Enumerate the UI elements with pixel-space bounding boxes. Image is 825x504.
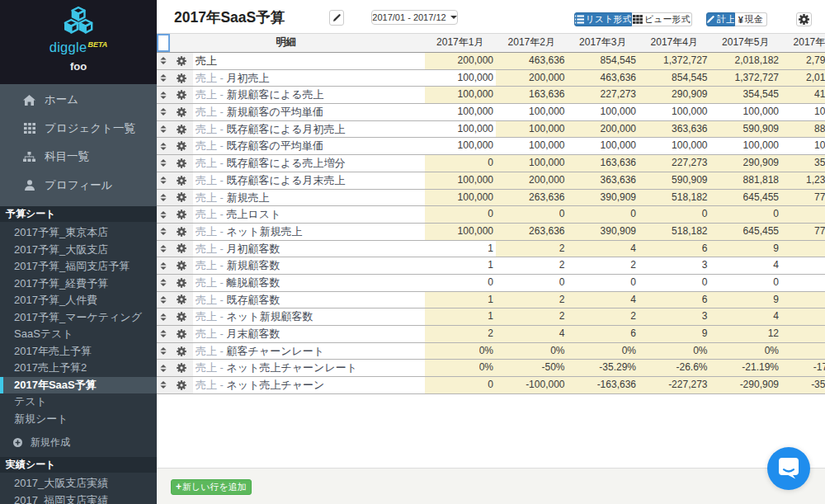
sheet-item[interactable]: 2017予算_東京本店	[0, 224, 157, 242]
grid-cell[interactable]: 263,636	[496, 224, 568, 240]
grid-cell[interactable]: 6	[639, 292, 710, 309]
grid-cell[interactable]: 1	[425, 241, 497, 257]
row-settings-button[interactable]	[170, 172, 193, 189]
sheet-item[interactable]: 新規シート	[0, 411, 157, 428]
grid-cell[interactable]: 100,000	[425, 121, 497, 138]
grid-cell[interactable]: 363,636	[568, 172, 639, 189]
row-settings-button[interactable]	[170, 309, 193, 325]
row-settings-button[interactable]	[170, 292, 193, 309]
grid-corner-cell[interactable]	[157, 34, 170, 52]
grid-cell[interactable]: 4	[710, 257, 782, 274]
grid-cell[interactable]: 4	[710, 309, 782, 325]
grid-cell[interactable]: 4	[781, 309, 825, 325]
sheet-item[interactable]: 2017_福岡支店実績	[0, 492, 157, 504]
grid-cell[interactable]: 518,182	[639, 224, 710, 240]
mode-button-left[interactable]: 計上	[706, 12, 735, 26]
grid-cell[interactable]: 2	[568, 257, 639, 274]
row-label[interactable]: 売上 - 既存顧客数	[193, 292, 425, 309]
grid-cell[interactable]: 100,000	[710, 104, 782, 120]
row-label[interactable]: 売上 - 既存顧客による月末売上	[193, 172, 425, 189]
grid-cell[interactable]: 0	[781, 206, 825, 223]
grid-cell[interactable]: 0	[639, 206, 710, 223]
grid-cell[interactable]: 645,455	[710, 190, 782, 206]
grid-cell[interactable]: 2	[425, 326, 497, 342]
grid-cell[interactable]: 200,000	[425, 53, 497, 69]
grid-cell[interactable]: 3	[639, 309, 710, 325]
settings-button[interactable]	[796, 12, 813, 26]
grid-cell[interactable]: 100,000	[781, 138, 825, 154]
grid-cell[interactable]: 9	[639, 326, 710, 342]
row-drag-handle[interactable]	[157, 190, 170, 206]
grid-cell[interactable]: 0%	[568, 343, 639, 360]
grid-cell[interactable]: 645,455	[710, 224, 782, 240]
row-drag-handle[interactable]	[157, 53, 170, 69]
row-settings-button[interactable]	[170, 53, 193, 69]
grid-cell[interactable]: 0	[781, 275, 825, 291]
row-drag-handle[interactable]	[157, 326, 170, 342]
row-label[interactable]: 売上 - 新規顧客による売上	[193, 87, 425, 103]
grid-cell[interactable]: 772,727	[781, 190, 825, 206]
grid-cell[interactable]: -100,000	[496, 377, 568, 393]
grid-cell[interactable]: 0%	[496, 343, 568, 360]
grid-cell[interactable]: -354,545	[781, 377, 825, 393]
grid-cell[interactable]: 1,236,364	[781, 172, 825, 189]
sheet-item[interactable]: 2017売上予算2	[0, 360, 157, 377]
grid-cell[interactable]: 100,000	[425, 138, 497, 154]
grid-cell[interactable]: 390,909	[568, 224, 639, 240]
add-row-button[interactable]: + 新しい行を追加	[171, 479, 252, 495]
sheet-item[interactable]: 2017予算_福岡支店予算	[0, 258, 157, 276]
row-settings-button[interactable]	[170, 343, 193, 360]
row-drag-handle[interactable]	[157, 343, 170, 360]
grid-cell[interactable]: 4	[568, 241, 639, 257]
grid-cell[interactable]: 0%	[425, 343, 497, 360]
grid-cell[interactable]: 0	[496, 275, 568, 291]
row-drag-handle[interactable]	[157, 138, 170, 154]
grid-cell[interactable]: 0	[425, 155, 497, 172]
create-sheet-button[interactable]: 新規作成	[0, 434, 157, 450]
grid-cell[interactable]: 100,000	[781, 104, 825, 120]
grid-cell[interactable]: 2,018,182	[781, 70, 825, 87]
row-label[interactable]: 売上 - 既存顧客による月初売上	[193, 121, 425, 138]
grid-cell[interactable]: 263,636	[496, 190, 568, 206]
row-settings-button[interactable]	[170, 326, 193, 342]
grid-cell[interactable]: 0%	[425, 360, 497, 376]
grid-cell[interactable]: 854,545	[639, 70, 710, 87]
grid-cell[interactable]: 0%	[710, 343, 782, 360]
grid-cell[interactable]: 12	[781, 241, 825, 257]
sheet-item[interactable]: 2017年売上予算	[0, 343, 157, 360]
grid-cell[interactable]: 100,000	[425, 70, 497, 87]
row-drag-handle[interactable]	[157, 360, 170, 376]
grid-cell[interactable]: 0	[710, 206, 782, 223]
grid-cell[interactable]: 100,000	[496, 138, 568, 154]
row-label[interactable]: 売上 - ネット新規売上	[193, 224, 425, 240]
row-label[interactable]: 売上 - ネット新規顧客数	[193, 309, 425, 325]
grid-cell[interactable]: 4	[496, 326, 568, 342]
grid-cell[interactable]: 9	[710, 292, 782, 309]
row-label[interactable]: 売上 - 月末顧客数	[193, 326, 425, 342]
sheet-item[interactable]: 2017予算_経費予算	[0, 276, 157, 293]
grid-cell[interactable]: 2,018,182	[710, 53, 782, 69]
grid-cell[interactable]: 0	[425, 275, 497, 291]
grid-cell[interactable]: 2	[496, 241, 568, 257]
row-settings-button[interactable]	[170, 224, 193, 240]
month-column-header[interactable]: 2017年2月	[496, 34, 568, 52]
grid-cell[interactable]: 100,000	[568, 138, 639, 154]
grid-cell[interactable]: 9	[710, 241, 782, 257]
edit-title-button[interactable]	[329, 10, 344, 26]
row-settings-button[interactable]	[170, 275, 193, 291]
row-drag-handle[interactable]	[157, 206, 170, 223]
sheet-item[interactable]: 2017予算_マーケティング	[0, 309, 157, 327]
grid-cell[interactable]: -21.19%	[710, 360, 782, 376]
row-drag-handle[interactable]	[157, 241, 170, 257]
grid-cell[interactable]: 0	[425, 377, 497, 393]
grid-cell[interactable]: 1,372,727	[639, 53, 710, 69]
grid-cell[interactable]: 100,000	[496, 155, 568, 172]
grid-cell[interactable]: 100,000	[425, 224, 497, 240]
grid-cell[interactable]: 772,727	[781, 224, 825, 240]
grid-cell[interactable]: 418,182	[781, 87, 825, 103]
sidebar-menu-item[interactable]: 科目一覧	[0, 143, 157, 172]
row-settings-button[interactable]	[170, 155, 193, 172]
row-settings-button[interactable]	[170, 190, 193, 206]
grid-cell[interactable]: 1	[425, 292, 497, 309]
row-drag-handle[interactable]	[157, 377, 170, 393]
